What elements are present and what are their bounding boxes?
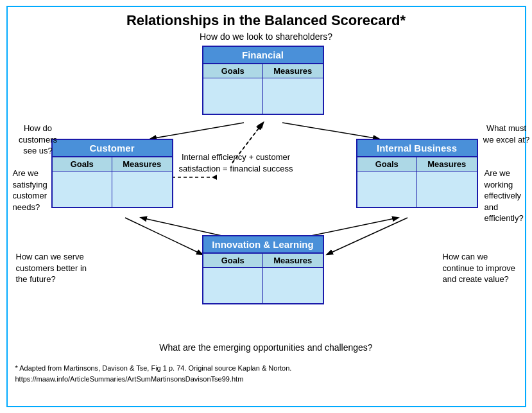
- innovation-body-col1: [203, 268, 264, 303]
- financial-col2: Measures: [263, 64, 323, 78]
- financial-body-col1: [203, 78, 264, 114]
- svg-line-0: [151, 123, 244, 139]
- label-satisfying: Are we satisfying customer needs?: [13, 168, 59, 213]
- financial-title: Financial: [203, 47, 323, 64]
- svg-line-1: [282, 123, 379, 139]
- internal-title: Internal Business: [357, 140, 477, 157]
- customer-col2: Measures: [112, 157, 172, 171]
- footer-note: * Adapted from Martinsons, Davison & Tse…: [13, 363, 520, 384]
- box-customer: Customer Goals Measures: [51, 139, 173, 208]
- box-financial: Financial Goals Measures: [202, 46, 324, 115]
- label-customers-see: How do customers see us?: [14, 123, 62, 157]
- label-bottom: What are the emerging opportunities and …: [13, 342, 520, 354]
- footer-line1: * Adapted from Martinsons, Davison & Tse…: [15, 363, 520, 374]
- customer-title: Customer: [53, 140, 172, 157]
- label-center: Internal efficiency + customer satisfact…: [178, 152, 294, 174]
- innovation-body-col2: [263, 268, 323, 303]
- main-area: Financial Goals Measures Customer Goals …: [13, 46, 520, 360]
- svg-line-4: [141, 218, 225, 236]
- svg-line-5: [308, 218, 398, 236]
- internal-col1: Goals: [357, 157, 418, 171]
- box-innovation: Innovation & Learning Goals Measures: [202, 235, 324, 304]
- label-excel: What must we excel at?: [483, 123, 531, 145]
- internal-col2: Measures: [417, 157, 477, 171]
- svg-line-3: [327, 218, 408, 254]
- financial-col1: Goals: [203, 64, 264, 78]
- innovation-col2: Measures: [263, 254, 323, 267]
- box-internal: Internal Business Goals Measures: [356, 139, 478, 208]
- customer-col1: Goals: [53, 157, 113, 171]
- svg-line-2: [125, 218, 202, 254]
- label-continue: How can we continue to improve and creat…: [443, 251, 517, 285]
- internal-body-col2: [417, 171, 477, 207]
- page-title: Relationships in the Balanced Scorecard*: [13, 12, 520, 29]
- top-question: How do we look to shareholders?: [13, 31, 520, 42]
- innovation-col1: Goals: [203, 254, 264, 267]
- customer-body-col1: [53, 171, 113, 207]
- customer-body-col2: [112, 171, 172, 207]
- diagram-container: Relationships in the Balanced Scorecard*…: [6, 6, 526, 407]
- internal-body-col1: [357, 171, 418, 207]
- label-serve: How can we serve customers better in the…: [16, 251, 90, 285]
- innovation-title: Innovation & Learning: [203, 236, 323, 254]
- label-working: Are we working effectively and efficient…: [485, 168, 531, 224]
- financial-body-col2: [263, 78, 323, 114]
- footer-line2: https://maaw.info/ArticleSummaries/ArtSu…: [15, 374, 520, 385]
- svg-marker-10: [212, 175, 217, 180]
